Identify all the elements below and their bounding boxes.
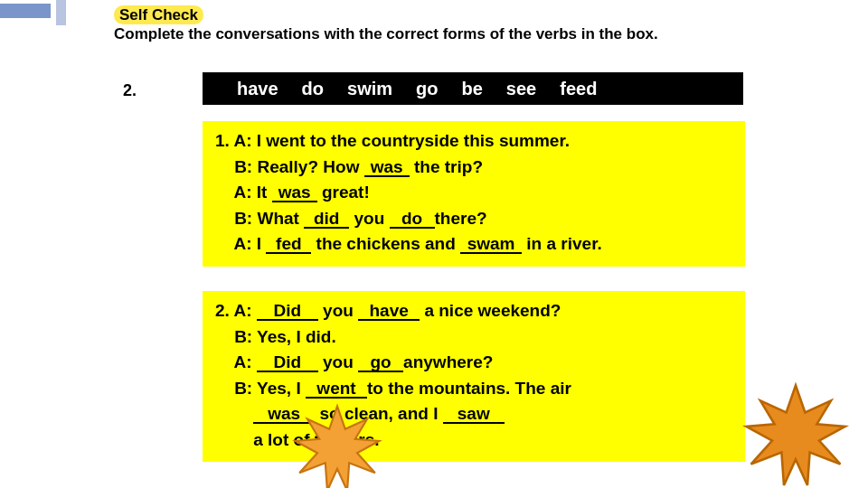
verb-item: feed <box>560 79 597 99</box>
title-highlight: Self Check <box>114 5 203 24</box>
blank-answer: go <box>358 353 403 372</box>
text: the chickens and <box>316 234 456 253</box>
text: so clean, and I <box>320 404 439 423</box>
blank-answer: swam <box>460 235 522 254</box>
text: there? <box>435 209 487 228</box>
blank-answer: Did <box>257 302 318 321</box>
accent-bar-1 <box>0 4 51 18</box>
text: great! <box>322 183 370 202</box>
text: B: Really? How <box>234 157 359 176</box>
text: A: I went to the countryside this summer… <box>233 131 570 150</box>
blank-answer: do <box>390 210 435 229</box>
text: a nice weekend? <box>424 301 561 320</box>
blank-answer: did <box>304 210 349 229</box>
text: a lot of flowers. <box>253 430 379 449</box>
accent-bars <box>0 0 66 25</box>
verb-item: swim <box>347 79 392 99</box>
conversation-1: 1. A: I went to the countryside this sum… <box>203 121 745 267</box>
blank-answer: fed <box>266 235 311 254</box>
verb-box: have do swim go be see feed <box>203 72 743 105</box>
accent-bar-2 <box>56 0 66 25</box>
conv-num: 1. <box>215 131 230 150</box>
blank-answer: saw <box>443 405 505 424</box>
text: A: <box>233 301 251 320</box>
text: to the mountains. The air <box>367 379 571 398</box>
text: A: I <box>233 234 261 253</box>
blank-answer: went <box>306 380 367 399</box>
text: A: It <box>233 183 267 202</box>
conv-num: 2. <box>215 301 230 320</box>
text: B: Yes, I <box>234 379 301 398</box>
verb-item: go <box>416 79 438 99</box>
text: A: <box>233 352 251 371</box>
instruction-text: Complete the conversations with the corr… <box>114 25 658 42</box>
text: in a river. <box>526 234 601 253</box>
blank-answer: was <box>272 183 317 202</box>
blank-answer: Did <box>257 353 318 372</box>
text: you <box>323 352 354 371</box>
text: B: Yes, I did. <box>234 327 336 346</box>
text: the trip? <box>414 157 483 176</box>
conversation-2: 2. A: Did you have a nice weekend? B: Ye… <box>203 291 745 462</box>
question-number: 2. <box>123 81 137 100</box>
text: B: What <box>234 209 299 228</box>
text: you <box>354 209 384 228</box>
verb-item: do <box>302 79 324 99</box>
verb-item: be <box>462 79 483 99</box>
verb-item: have <box>237 79 278 99</box>
verb-item: see <box>506 79 536 99</box>
header: Self Check Complete the conversations wi… <box>114 5 658 44</box>
text: you <box>323 301 354 320</box>
text: anywhere? <box>403 352 493 371</box>
blank-answer: have <box>358 302 420 321</box>
blank-answer: was <box>253 405 315 424</box>
blank-answer: was <box>364 158 410 177</box>
